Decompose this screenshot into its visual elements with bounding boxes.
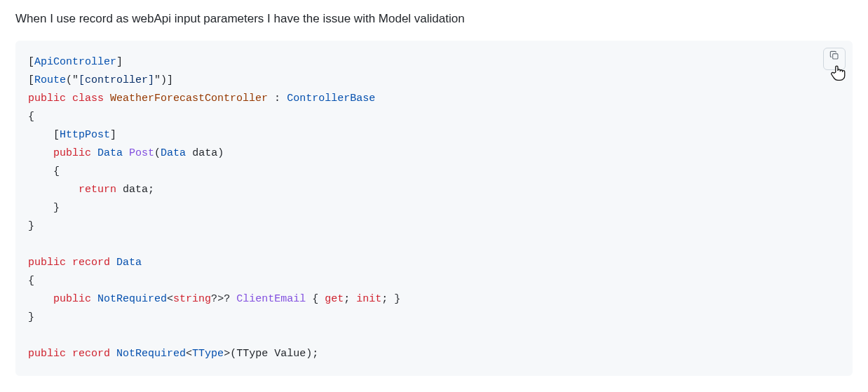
code-block: [ApiController] [Route("[controller]")] … — [15, 41, 853, 376]
code-content: [ApiController] [Route("[controller]")] … — [28, 53, 840, 363]
copy-icon — [829, 50, 840, 68]
copy-button[interactable] — [823, 48, 846, 70]
svg-rect-0 — [833, 53, 838, 58]
intro-text: When I use record as webApi input parame… — [15, 10, 853, 28]
